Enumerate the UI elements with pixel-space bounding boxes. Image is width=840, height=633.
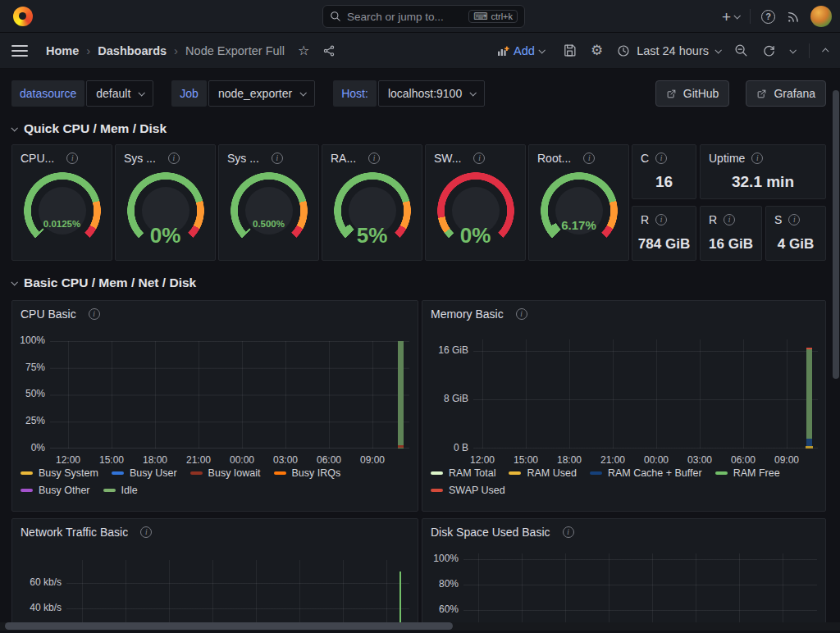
stat-value: 4 GiB [766,236,825,253]
idle-series-bar [398,341,404,449]
legend-item[interactable]: Busy System [21,467,98,479]
share-icon[interactable] [322,44,336,57]
cpu-plot-area[interactable] [50,341,409,449]
job-select[interactable]: node_exporter [208,80,315,107]
panel-ram-used-gauge[interactable]: RA...i 5% [322,144,422,261]
breadcrumb-home[interactable]: Home [46,44,79,57]
legend-item[interactable]: SWAP Used [431,485,505,496]
user-avatar[interactable] [810,6,832,27]
chevron-down-icon [538,47,545,53]
section-basic-cpu-mem-net-disk[interactable]: Basic CPU / Mem / Net / Disk [11,274,840,292]
panel-disk-space-used-basic[interactable]: Disk Space Used Basici 100% 80% 60% [422,518,826,630]
panel-network-traffic-basic[interactable]: Network Traffic Basici 60 kb/s 40 kb/s [11,518,418,630]
network-plot-area[interactable] [66,560,409,631]
panel-sys-load15-gauge[interactable]: Sys ...i 0.500% [218,144,319,261]
info-icon[interactable]: i [140,526,152,538]
panel-sys-load5-gauge[interactable]: Sys ...i 0% [115,144,216,261]
panel-cpu-basic[interactable]: CPU Basici 100% 75% 50% 25% 0% 12:00 15:… [11,300,418,512]
x-tick: 18:00 [143,454,167,466]
panel-cpu-busy-gauge[interactable]: CPU...i 0.0125% [11,144,112,261]
collapse-toolbar-icon[interactable] [822,48,829,54]
panel-cpu-cores-stat[interactable]: Ci 16 [632,144,696,199]
news-rss-icon[interactable] [786,10,800,24]
info-icon[interactable]: i [368,153,380,164]
ram-used-bar [806,446,813,449]
legend-item[interactable]: Busy User [112,467,177,479]
variable-datasource: datasource default [11,80,153,107]
plus-icon: + [722,9,731,25]
gauge-row: CPU...i 0.0125% Sys ...i 0% Sys ...i 0.5… [11,144,826,261]
horizontal-scrollbar-thumb[interactable] [5,622,453,630]
panel-memory-basic[interactable]: Memory Basici 16 GiB 8 GiB 0 B 12:00 15:… [422,300,826,512]
save-icon[interactable] [563,43,577,57]
panel-swap-total-stat[interactable]: Si 4 GiB [765,206,826,261]
grafana-link-button[interactable]: Grafana [746,80,826,107]
info-icon[interactable]: i [724,214,735,225]
grafana-logo[interactable] [13,7,33,26]
shortcut-hint: ⌨ ctrl+k [468,10,518,23]
gauge-value: 5% [333,223,412,248]
datasource-select[interactable]: default [86,80,153,107]
panel-root-fs-used-gauge[interactable]: Root...i 6.17% [528,144,629,261]
info-icon[interactable]: i [168,153,180,164]
legend-item[interactable]: Busy Other [21,485,90,496]
nav-actions: + ? [722,0,832,33]
legend-item[interactable]: RAM Free [715,467,780,479]
legend-item[interactable]: Busy Iowait [190,467,261,479]
panel-title: CPU Basic [21,307,76,321]
refresh-interval-chevron-icon[interactable] [789,47,796,53]
panel-title: Sys ... [124,152,156,165]
section-title: Quick CPU / Mem / Disk [24,121,167,136]
panel-ram-total-stat[interactable]: Ri 16 GiB [700,206,762,261]
zoom-out-icon[interactable] [734,43,748,57]
info-icon[interactable]: i [516,308,527,320]
horizontal-scrollbar[interactable] [0,622,840,631]
stat-value: 32.1 min [701,173,825,191]
dashboard-quick-actions: ☆ [298,44,336,57]
legend-item[interactable]: RAM Used [509,467,576,479]
gauge-value: 0% [436,223,515,248]
memory-plot-area[interactable] [473,339,818,449]
legend-item[interactable]: RAM Total [431,467,495,479]
panel-uptime-stat[interactable]: Uptimei 32.1 min [700,144,826,199]
section-quick-cpu-mem-disk[interactable]: Quick CPU / Mem / Disk [11,120,840,138]
info-icon[interactable]: i [473,153,485,164]
info-icon[interactable]: i [788,214,800,225]
y-tick: 80% [424,578,459,590]
search-input[interactable]: Search or jump to... ⌨ ctrl+k [322,5,525,28]
info-icon[interactable]: i [66,153,78,164]
panel-rootfs-total-stat[interactable]: Ri 784 GiB [632,206,696,261]
new-menu-button[interactable]: + [722,9,739,25]
info-icon[interactable]: i [583,153,595,164]
legend-item[interactable]: Idle [103,485,138,496]
breadcrumb-dashboards[interactable]: Dashboards [98,44,167,57]
github-link-button[interactable]: GitHub [655,80,730,107]
info-icon[interactable]: i [272,153,283,164]
info-icon[interactable]: i [655,214,667,225]
add-panel-button[interactable]: Add [496,44,544,57]
settings-gear-icon[interactable]: ⚙ [591,43,603,57]
job-label: Job [171,80,207,107]
legend-item[interactable]: Busy IRQs [274,467,341,479]
info-icon[interactable]: i [751,153,763,164]
help-icon[interactable]: ? [761,10,775,24]
favorite-star-icon[interactable]: ☆ [298,44,309,57]
chevron-down-icon [300,89,307,96]
info-icon[interactable]: i [655,153,667,164]
host-select[interactable]: localhost:9100 [378,80,485,107]
menu-toggle-icon[interactable] [11,45,28,57]
info-icon[interactable]: i [563,526,574,538]
panel-title: Memory Basic [431,307,504,321]
panel-swap-used-gauge[interactable]: SW...i 0% [425,144,526,261]
time-range-picker[interactable]: Last 24 hours [617,44,720,57]
legend-swatch [21,471,33,475]
variables-row: datasource default Job node_exporter Hos… [11,80,826,107]
y-tick: 0% [14,442,45,453]
legend-swatch [590,471,602,475]
gauge-value: 0.0125% [23,219,102,229]
disk-plot-area[interactable] [463,553,817,631]
legend-item[interactable]: RAM Cache + Buffer [590,467,702,479]
vertical-scrollbar-thumb[interactable] [833,90,839,379]
info-icon[interactable]: i [89,308,100,320]
refresh-button[interactable] [762,43,776,57]
